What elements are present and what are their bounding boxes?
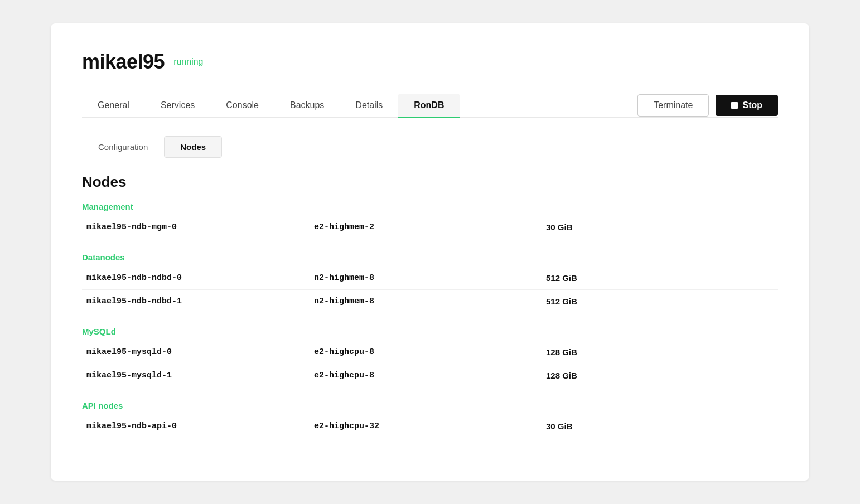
tab-rondb[interactable]: RonDB: [398, 94, 460, 118]
node-storage: 512 GiB: [546, 273, 778, 283]
nodes-content: Nodes Management mikael95-ndb-mgm-0 e2-h…: [82, 173, 778, 438]
tab-details[interactable]: Details: [340, 94, 398, 118]
nav-tabs: General Services Console Backups Details…: [82, 94, 637, 117]
action-buttons: Terminate Stop: [637, 94, 778, 117]
main-card: mikael95 running General Services Consol…: [51, 23, 809, 481]
node-row: mikael95-ndb-ndbd-1 n2-highmem-8 512 GiB: [82, 290, 778, 313]
sub-tab-configuration[interactable]: Configuration: [82, 136, 164, 158]
stop-label: Stop: [742, 100, 762, 110]
instance-name: mikael95: [82, 50, 165, 74]
header-row: mikael95 running: [82, 50, 778, 74]
group-mysqld-label: MySQLd: [82, 327, 778, 336]
node-name: mikael95-mysqld-0: [82, 347, 314, 357]
node-type: e2-highcpu-8: [314, 347, 546, 357]
node-type: e2-highcpu-32: [314, 421, 546, 431]
node-storage: 512 GiB: [546, 297, 778, 306]
sub-tab-nodes[interactable]: Nodes: [164, 136, 222, 158]
group-management: Management mikael95-ndb-mgm-0 e2-highmem…: [82, 202, 778, 239]
node-name: mikael95-ndb-ndbd-0: [82, 273, 314, 283]
node-type: e2-highcpu-8: [314, 371, 546, 380]
node-storage: 128 GiB: [546, 371, 778, 380]
group-api-label: API nodes: [82, 401, 778, 410]
status-badge: running: [173, 57, 203, 67]
group-datanodes-label: Datanodes: [82, 253, 778, 262]
node-row: mikael95-ndb-ndbd-0 n2-highmem-8 512 GiB: [82, 266, 778, 290]
group-management-label: Management: [82, 202, 778, 211]
node-type: n2-highmem-8: [314, 297, 546, 306]
group-datanodes: Datanodes mikael95-ndb-ndbd-0 n2-highmem…: [82, 253, 778, 313]
node-name: mikael95-ndb-mgm-0: [82, 222, 314, 232]
node-name: mikael95-mysqld-1: [82, 371, 314, 380]
group-mysqld: MySQLd mikael95-mysqld-0 e2-highcpu-8 12…: [82, 327, 778, 387]
stop-button[interactable]: Stop: [716, 95, 778, 116]
node-row: mikael95-mysqld-1 e2-highcpu-8 128 GiB: [82, 364, 778, 387]
tab-services[interactable]: Services: [145, 94, 210, 118]
node-storage: 30 GiB: [546, 421, 778, 431]
node-name: mikael95-ndb-ndbd-1: [82, 297, 314, 306]
tab-console[interactable]: Console: [210, 94, 274, 118]
terminate-button[interactable]: Terminate: [637, 94, 709, 117]
node-name: mikael95-ndb-api-0: [82, 421, 314, 431]
node-storage: 30 GiB: [546, 222, 778, 232]
node-row: mikael95-ndb-mgm-0 e2-highmem-2 30 GiB: [82, 216, 778, 239]
tab-general[interactable]: General: [82, 94, 145, 118]
tab-backups[interactable]: Backups: [274, 94, 340, 118]
sub-tabs-row: Configuration Nodes: [82, 136, 778, 158]
node-row: mikael95-mysqld-0 e2-highcpu-8 128 GiB: [82, 341, 778, 364]
nodes-title: Nodes: [82, 173, 778, 191]
node-storage: 128 GiB: [546, 347, 778, 357]
stop-icon: [731, 102, 738, 109]
node-type: e2-highmem-2: [314, 222, 546, 232]
nav-row: General Services Console Backups Details…: [82, 94, 778, 118]
group-api-nodes: API nodes mikael95-ndb-api-0 e2-highcpu-…: [82, 401, 778, 438]
node-type: n2-highmem-8: [314, 273, 546, 283]
node-row: mikael95-ndb-api-0 e2-highcpu-32 30 GiB: [82, 415, 778, 438]
